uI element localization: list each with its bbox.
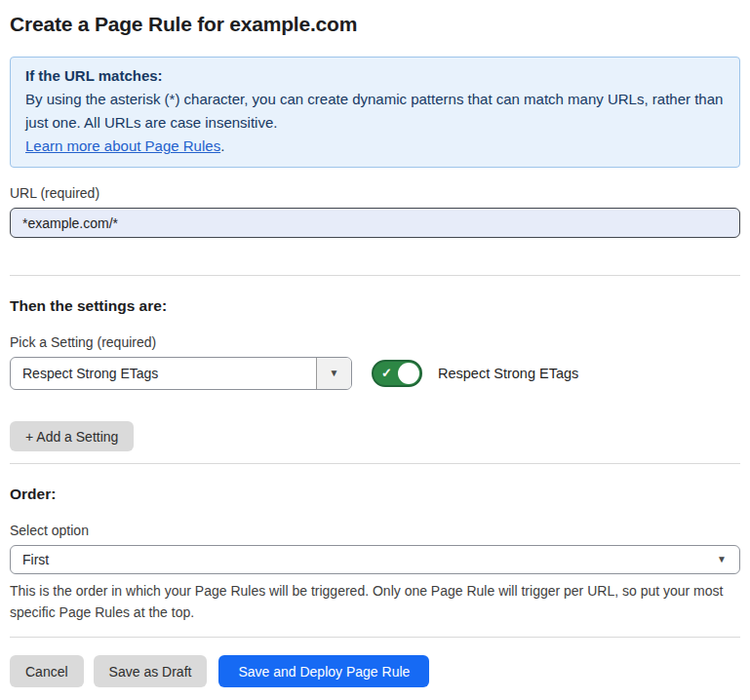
link-suffix-text: . <box>220 137 224 154</box>
url-match-info-box: If the URL matches: By using the asteris… <box>10 57 740 168</box>
check-icon: ✓ <box>381 366 392 380</box>
info-box-heading: If the URL matches: <box>25 64 725 88</box>
divider <box>10 275 740 276</box>
setting-select-arrow-button[interactable]: ▼ <box>316 358 351 389</box>
learn-more-link[interactable]: Learn more about Page Rules <box>25 137 220 154</box>
save-deploy-button[interactable]: Save and Deploy Page Rule <box>218 655 429 687</box>
caret-down-icon: ▼ <box>330 369 339 378</box>
setting-toggle[interactable]: ✓ <box>372 360 422 387</box>
setting-select[interactable]: Respect Strong ETags ▼ <box>10 357 352 390</box>
order-help-text: This is the order in which your Page Rul… <box>10 580 736 623</box>
setting-toggle-group: ✓ Respect Strong ETags <box>372 360 578 387</box>
order-select[interactable]: First ▼ <box>10 545 740 574</box>
info-box-link-line: Learn more about Page Rules. <box>25 135 725 158</box>
divider <box>10 637 740 638</box>
order-select-value: First <box>11 546 717 573</box>
select-option-label: Select option <box>10 521 740 540</box>
toggle-knob <box>398 363 419 384</box>
setting-select-value: Respect Strong ETags <box>11 358 316 389</box>
order-select-caret: ▼ <box>717 546 739 573</box>
order-section-heading: Order: <box>10 483 740 505</box>
save-draft-button[interactable]: Save as Draft <box>94 655 208 687</box>
setting-row: Respect Strong ETags ▼ ✓ Respect Strong … <box>10 357 740 390</box>
page-title: Create a Page Rule for example.com <box>10 12 740 37</box>
add-setting-button[interactable]: + Add a Setting <box>10 421 134 451</box>
create-page-rule-form: Create a Page Rule for example.com If th… <box>0 0 750 687</box>
url-input[interactable] <box>10 208 740 238</box>
pick-setting-label: Pick a Setting (required) <box>10 332 740 352</box>
url-label: URL (required) <box>10 183 740 203</box>
settings-section-heading: Then the settings are: <box>10 294 740 317</box>
cancel-button[interactable]: Cancel <box>10 655 84 687</box>
footer-actions: Cancel Save as Draft Save and Deploy Pag… <box>10 655 740 687</box>
setting-toggle-label: Respect Strong ETags <box>438 366 578 381</box>
divider <box>10 463 740 464</box>
info-box-body: By using the asterisk (*) character, you… <box>25 88 725 135</box>
caret-down-icon: ▼ <box>717 555 727 564</box>
